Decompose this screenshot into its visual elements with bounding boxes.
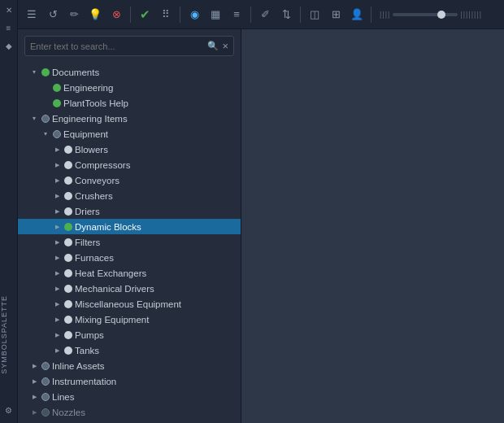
tree-item-crushers[interactable]: ▶ Crushers xyxy=(18,188,241,203)
toolbar-slider-area: |||| |||||||| xyxy=(380,11,482,19)
tree-item-mixing-equipment[interactable]: ▶ Mixing Equipment xyxy=(18,312,241,327)
chevron-instrumentation: ▶ xyxy=(29,377,39,386)
chevron-driers: ▶ xyxy=(52,207,62,216)
toolbar-list-icon[interactable]: ≡ xyxy=(228,6,245,24)
dot-filters xyxy=(64,238,72,246)
dot-engineering xyxy=(53,84,61,92)
slider-dots-right: |||||||| xyxy=(460,11,482,19)
toolbar-refresh-icon[interactable]: ↺ xyxy=(44,6,62,24)
dot-equipment xyxy=(53,130,61,138)
search-input[interactable] xyxy=(30,41,204,51)
toolbar-sep-5 xyxy=(371,7,371,23)
label-nozzles: Nozzles xyxy=(52,408,85,417)
dot-crushers xyxy=(64,192,72,200)
tree-container[interactable]: ▾ Documents Engineering xyxy=(18,63,241,423)
chevron-pumps: ▶ xyxy=(52,330,62,340)
chevron-equipment: ▾ xyxy=(41,129,50,139)
label-driers: Driers xyxy=(75,207,100,216)
tree-item-conveyors[interactable]: ▶ Conveyors xyxy=(18,172,241,188)
tree-item-engineering[interactable]: Engineering xyxy=(18,80,241,95)
dot-conveyors xyxy=(64,177,72,185)
chevron-nozzles: ▶ xyxy=(29,408,39,417)
tree-item-mechanical-drivers[interactable]: ▶ Mechanical Drivers xyxy=(18,281,241,296)
tree-item-filters[interactable]: ▶ Filters xyxy=(18,234,241,250)
toolbar-check-icon[interactable]: ✔ xyxy=(136,6,154,24)
tree-item-driers[interactable]: ▶ Driers xyxy=(18,203,241,219)
label-dynamic-blocks: Dynamic Blocks xyxy=(75,222,141,232)
toolbar-user-icon[interactable]: 👤 xyxy=(348,6,366,24)
toolbar-bulb-icon[interactable]: 💡 xyxy=(86,6,104,24)
chevron-conveyors: ▶ xyxy=(52,176,62,185)
left-icon-3[interactable]: ◆ xyxy=(2,39,15,52)
dot-eng-items xyxy=(41,115,50,123)
tree-item-heat-exchangers[interactable]: ▶ Heat Exchangers xyxy=(18,265,241,281)
left-icon-1[interactable]: ✕ xyxy=(2,3,15,16)
tree-item-dynamic-blocks[interactable]: ▶ Dynamic Blocks xyxy=(18,219,241,234)
dot-documents xyxy=(41,68,50,76)
left-toolbar: ✕ ≡ ◆ SYMBOLSPALETTE ⚙ xyxy=(0,0,18,423)
toolbar-close-icon[interactable]: ⊗ xyxy=(107,6,125,24)
toolbar-palette-icon[interactable]: ◉ xyxy=(185,6,203,24)
toolbar-sort-icon[interactable]: ⇅ xyxy=(277,6,295,24)
dot-driers xyxy=(64,207,72,216)
chevron-misc-equipment: ▶ xyxy=(52,299,62,309)
slider-track[interactable] xyxy=(393,13,458,16)
tree-item-tanks[interactable]: ▶ Tanks xyxy=(18,342,241,358)
dot-nozzles xyxy=(41,408,50,416)
toolbar-edit-icon[interactable]: ✏ xyxy=(65,6,83,24)
chevron-tanks: ▶ xyxy=(52,346,62,355)
chevron-mixing-equipment: ▶ xyxy=(52,315,62,325)
toolbar-menu-icon[interactable]: ☰ xyxy=(23,6,41,24)
tree-item-nozzles[interactable]: ▶ Nozzles xyxy=(18,404,241,420)
dot-instrumentation xyxy=(41,377,50,386)
toolbar-box-icon[interactable]: ⊞ xyxy=(327,6,345,24)
tree-item-instrumentation[interactable]: ▶ Instrumentation xyxy=(18,373,241,389)
tree-item-lines[interactable]: ▶ Lines xyxy=(18,389,241,404)
label-misc-equipment: Miscellaneous Equipment xyxy=(75,299,181,309)
toolbar-pen-icon[interactable]: ✐ xyxy=(256,6,274,24)
tree-item-misc-equipment[interactable]: ▶ Miscellaneous Equipment xyxy=(18,296,241,312)
left-icon-2[interactable]: ≡ xyxy=(2,21,15,34)
toolbar-sep-3 xyxy=(250,7,251,23)
tree-item-engineering-items[interactable]: ▾ Engineering Items xyxy=(18,111,241,126)
tree-item-documents[interactable]: ▾ Documents xyxy=(18,64,241,80)
label-documents: Documents xyxy=(52,68,99,77)
tree-item-pumps[interactable]: ▶ Pumps xyxy=(18,327,241,342)
toolbar-sep-4 xyxy=(300,7,301,23)
label-equipment: Equipment xyxy=(63,129,108,139)
search-icon: 🔍 xyxy=(207,41,219,51)
chevron-furnaces: ▶ xyxy=(52,253,62,263)
tree-item-furnaces[interactable]: ▶ Furnaces xyxy=(18,250,241,265)
split-pane: 🔍 × ▾ Documents Engineerin xyxy=(18,29,504,423)
dot-misc-equipment xyxy=(64,300,72,308)
tree-item-planttools[interactable]: PlantTools Help xyxy=(18,95,241,111)
label-heat-exchangers: Heat Exchangers xyxy=(75,268,146,278)
canvas-panel[interactable] xyxy=(241,29,504,423)
label-instrumentation: Instrumentation xyxy=(52,377,116,386)
chevron-planttools xyxy=(41,98,50,108)
label-tanks: Tanks xyxy=(75,346,99,355)
chevron-mechanical-drivers: ▶ xyxy=(52,284,62,294)
dot-mechanical-drivers xyxy=(64,285,72,293)
toolbar-layers-icon[interactable]: ◫ xyxy=(306,6,324,24)
tree-item-compressors[interactable]: ▶ Compressors xyxy=(18,157,241,172)
label-crushers: Crushers xyxy=(75,191,113,201)
dot-compressors xyxy=(64,161,72,169)
dot-lines xyxy=(41,393,50,401)
toolbar-dots-icon[interactable]: ⠿ xyxy=(157,6,175,24)
chevron-heat-exchangers: ▶ xyxy=(52,268,62,278)
dot-dynamic-blocks xyxy=(64,223,72,231)
search-clear-icon[interactable]: × xyxy=(222,40,228,52)
chevron-dynamic-blocks: ▶ xyxy=(52,222,62,232)
toolbar-grid-icon[interactable]: ▦ xyxy=(206,6,224,24)
dot-mixing-equipment xyxy=(64,316,72,324)
label-inline-assets: Inline Assets xyxy=(52,361,105,371)
label-pumps: Pumps xyxy=(75,330,104,340)
tree-item-inline-assets[interactable]: ▶ Inline Assets xyxy=(18,358,241,373)
tree-item-equipment[interactable]: ▾ Equipment xyxy=(18,126,241,142)
tree-item-blowers[interactable]: ▶ Blowers xyxy=(18,142,241,157)
label-compressors: Compressors xyxy=(75,160,130,170)
left-icon-bottom[interactable]: ⚙ xyxy=(2,403,15,416)
label-filters: Filters xyxy=(75,238,100,247)
chevron-blowers: ▶ xyxy=(52,145,62,155)
